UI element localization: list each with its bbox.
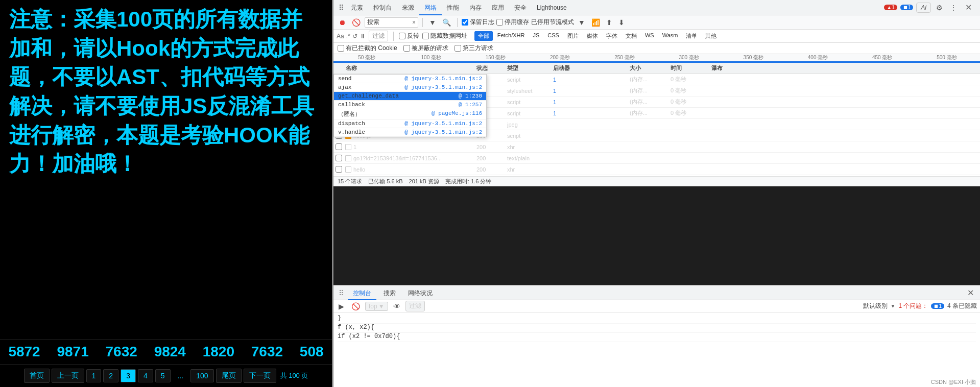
table-row[interactable]: go1?id=21539413&rt=167741536... 200 text… — [333, 153, 980, 164]
finish-time: 完成用时: 1.6 分钟 — [445, 178, 491, 185]
aa-icon[interactable]: Aa — [337, 33, 344, 40]
filter-type-manifest[interactable]: 清单 — [682, 31, 701, 41]
filter-input[interactable]: 过滤 — [369, 31, 388, 41]
file-icon-xhr — [345, 166, 351, 173]
console-filter-input[interactable]: 过滤 — [405, 301, 425, 311]
left-panel: 注意：采集100页的所有数据并加和，请以Hook的方式完成此题，不要以AST、扣… — [0, 0, 332, 387]
throttle-dropdown-icon[interactable]: ▼ — [576, 17, 587, 28]
prev-page-button[interactable]: 上一页 — [52, 369, 84, 383]
filter-type-doc[interactable]: 文档 — [622, 31, 640, 41]
csdn-footer-text: CSDN @EXI·小洳 — [931, 379, 976, 385]
issues-label: 1 个问题： — [898, 302, 928, 310]
search-box: 搜索 × — [365, 17, 418, 28]
third-party-checkbox[interactable]: 第三方请求 — [455, 44, 493, 53]
clear-icon[interactable]: 🚫 — [350, 17, 363, 28]
col-size[interactable]: 大小 — [630, 64, 671, 72]
blocked-checkbox[interactable]: 被屏蔽的请求 — [403, 44, 448, 53]
last-page-button[interactable]: 尾页 — [216, 369, 242, 383]
toolbar-separator-1 — [422, 18, 423, 27]
callstack-dispatch: dispatch @ jquery-3.5.1.min.js:2 — [334, 119, 486, 128]
wifi-icon[interactable]: 📶 — [589, 17, 602, 28]
disable-cache-checkbox[interactable]: 停用缓存 — [496, 18, 529, 27]
page-1-button[interactable]: 1 — [86, 369, 102, 382]
search-close-icon[interactable]: × — [412, 19, 416, 26]
first-page-button[interactable]: 首页 — [24, 369, 50, 383]
close-devtools-button[interactable]: ✕ — [962, 2, 975, 13]
console-line-2: f (x, x2){ — [338, 324, 976, 333]
filter-type-js[interactable]: JS — [530, 31, 543, 41]
eye-icon[interactable]: 👁 — [391, 301, 402, 311]
search-input[interactable] — [380, 19, 411, 26]
hide-data-urls-checkbox[interactable]: 隐藏数据网址 — [422, 32, 467, 40]
upload-icon[interactable]: ⬆ — [604, 17, 614, 28]
col-status[interactable]: 状态 — [476, 64, 507, 72]
console-drag-handle: ⠿ — [337, 289, 346, 297]
devtools-drag-handle: ⠿ — [337, 3, 346, 13]
refresh-icon[interactable]: ↺ — [352, 33, 357, 40]
table-row[interactable]: 1 200 xhr send @ jquery-3.5.1.min.js:2 — [333, 141, 980, 153]
tab-network[interactable]: 网络 — [419, 0, 442, 15]
page-2-button[interactable]: 2 — [103, 369, 118, 382]
default-level-label[interactable]: 默认级别 — [863, 302, 888, 310]
filter-type-other[interactable]: 其他 — [702, 31, 720, 41]
col-type[interactable]: 类型 — [507, 64, 553, 72]
tab-application[interactable]: 应用 — [487, 0, 509, 15]
page-3-button[interactable]: 3 — [121, 369, 136, 382]
file-icon-xhr — [345, 144, 351, 150]
table-row[interactable]: hello 200 xhr — [333, 164, 980, 175]
next-page-button[interactable]: 下一页 — [244, 369, 276, 383]
filter-type-css[interactable]: CSS — [544, 31, 563, 41]
preserve-log-checkbox[interactable]: 保留日志 — [462, 18, 494, 27]
filter-type-wasm[interactable]: Wasm — [659, 31, 682, 41]
tab-console-bottom[interactable]: 控制台 — [348, 286, 376, 300]
number-4: 1820 — [203, 344, 234, 360]
table-row[interactable]: logo.jpg 200 jpeg — [333, 175, 980, 176]
warning-badge: ▲1 — [884, 5, 897, 10]
pagination: 首页 上一页 1 2 3 4 5 ... 100 尾页 下一页 共 100 页 — [0, 364, 332, 387]
regex-icon[interactable]: .* — [346, 33, 350, 40]
console-dropdown-icon[interactable]: ▼ — [891, 303, 896, 309]
download-icon[interactable]: ⬇ — [616, 17, 627, 28]
csdn-footer: CSDN @EXI·小洳 — [333, 377, 980, 387]
filter-type-ws[interactable]: WS — [641, 31, 658, 41]
callstack-send: send @ jquery-3.5.1.min.js:2 — [334, 75, 486, 83]
tab-search-bottom[interactable]: 搜索 — [378, 286, 401, 300]
cookie-checkbox[interactable]: 有已拦截的 Cookie — [338, 44, 397, 53]
more-options-icon[interactable]: ⋮ — [948, 3, 959, 13]
cookie-filter-row: 有已拦截的 Cookie 被屏蔽的请求 第三方请求 — [333, 43, 980, 54]
tab-sources[interactable]: 来源 — [397, 0, 419, 15]
filter-type-media[interactable]: 媒体 — [583, 31, 602, 41]
console-clear-icon[interactable]: 🚫 — [349, 301, 362, 311]
settings-icon[interactable]: ⚙ — [934, 3, 945, 13]
pause-icon[interactable]: ⏸ — [360, 33, 366, 40]
col-time[interactable]: 时间 — [671, 64, 711, 72]
filter-type-all[interactable]: 全部 — [474, 31, 493, 41]
tab-memory[interactable]: 内存 — [464, 0, 487, 15]
top-scope-selector[interactable]: top ▼ — [365, 302, 388, 311]
filter-icon[interactable]: ▼ — [427, 17, 438, 28]
filter-type-fetch-xhr[interactable]: Fetch/XHR — [494, 31, 529, 41]
tab-elements[interactable]: 元素 — [346, 0, 368, 15]
col-initiator[interactable]: 启动器 — [553, 64, 630, 72]
tab-console[interactable]: 控制台 — [368, 0, 397, 15]
filter-separator — [393, 32, 394, 41]
ai-button[interactable]: Ai — [916, 3, 931, 13]
tab-network-conditions[interactable]: 网络状况 — [403, 286, 438, 300]
tab-lighthouse[interactable]: Lighthouse — [532, 0, 572, 15]
search-icon[interactable]: 🔍 — [440, 17, 453, 28]
tab-security[interactable]: 安全 — [509, 0, 532, 15]
record-icon[interactable]: ⏺ — [337, 17, 348, 28]
col-waterfall[interactable]: 瀑布 — [711, 64, 974, 72]
close-console-button[interactable]: ✕ — [964, 287, 977, 299]
throttle-label: 已停用节流模式 — [531, 18, 574, 27]
console-run-icon[interactable]: ▶ — [337, 301, 346, 311]
col-name[interactable]: 名称 — [333, 64, 476, 72]
tab-performance[interactable]: 性能 — [442, 0, 464, 15]
page-5-button[interactable]: 5 — [155, 369, 171, 382]
invert-checkbox[interactable]: 反转 — [399, 32, 419, 40]
filter-type-font[interactable]: 字体 — [603, 31, 621, 41]
page-100-button[interactable]: 100 — [190, 369, 213, 382]
table-header: 名称 状态 类型 启动器 大小 时间 瀑布 — [333, 63, 980, 74]
filter-type-img[interactable]: 图片 — [564, 31, 582, 41]
page-4-button[interactable]: 4 — [138, 369, 153, 382]
